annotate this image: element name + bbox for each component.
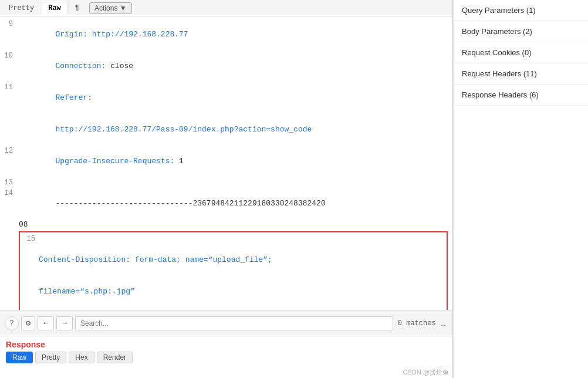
code-line-14: 14 ------------------------------2367948…: [0, 188, 452, 220]
resp-tab-render[interactable]: Render: [97, 352, 133, 363]
resp-tab-hex[interactable]: Hex: [69, 352, 94, 363]
tabs-bar: Pretty Raw ¶ Actions ▼: [0, 0, 452, 16]
code-line-9: 9 Origin: http://192.168.228.77: [0, 19, 452, 50]
code-line-10: 10 Connection: close: [0, 50, 452, 82]
resp-tab-raw[interactable]: Raw: [6, 352, 33, 363]
right-item-response-headers[interactable]: Response Headers (6): [454, 85, 588, 106]
match-count: 0 matches: [398, 319, 436, 328]
right-item-query-params[interactable]: Query Parameters (1): [454, 0, 588, 21]
more-options-button[interactable]: …: [438, 319, 448, 328]
response-section: Response Raw Pretty Hex Render: [0, 336, 452, 367]
line-content-9: Origin: http://192.168.228.77: [16, 19, 452, 50]
right-item-request-headers[interactable]: Request Headers (11): [454, 63, 588, 85]
line-num-9: 9: [0, 19, 16, 29]
tab-raw[interactable]: Raw: [42, 2, 67, 15]
search-input[interactable]: [75, 316, 393, 330]
code-line-11-cont: http://192.168.228.77/Pass-09/index.php?…: [0, 114, 452, 146]
response-title: Response: [6, 340, 447, 349]
right-item-request-cookies[interactable]: Request Cookies (0): [454, 42, 588, 63]
watermark: CSDN @捞烂鱼: [0, 367, 452, 378]
right-item-body-params[interactable]: Body Parameters (2): [454, 21, 588, 42]
left-panel: Pretty Raw ¶ Actions ▼ 9 Origin: http://…: [0, 0, 453, 378]
highlighted-block: 15 Content-Disposition: form-data; name=…: [19, 231, 448, 310]
code-line-11: 11 Referer:: [0, 82, 452, 114]
code-area: 9 Origin: http://192.168.228.77 10 Conne…: [0, 16, 452, 310]
line-num-15: 15: [22, 234, 39, 244]
highlighted-line-15-content: Content-Disposition: form-data; name=“up…: [39, 234, 444, 310]
right-panel: Query Parameters (1) Body Parameters (2)…: [453, 0, 588, 378]
help-button[interactable]: ?: [5, 316, 19, 330]
tab-preview[interactable]: ¶: [69, 2, 86, 15]
gear-button[interactable]: ⚙: [21, 316, 35, 330]
next-match-button[interactable]: →: [56, 316, 73, 330]
code-line-12: 12 Upgrade-Insecure-Requests: 1: [0, 146, 452, 177]
search-bar: ? ⚙ ← → 0 matches …: [0, 310, 452, 336]
prev-match-button[interactable]: ←: [38, 316, 54, 330]
code-line-13: 13: [0, 177, 452, 188]
response-tabs: Raw Pretty Hex Render: [6, 352, 447, 363]
code-line-14-wrap: 08: [0, 220, 452, 230]
resp-tab-pretty[interactable]: Pretty: [35, 352, 66, 363]
actions-button[interactable]: Actions ▼: [89, 2, 132, 14]
tab-pretty[interactable]: Pretty: [2, 2, 40, 15]
